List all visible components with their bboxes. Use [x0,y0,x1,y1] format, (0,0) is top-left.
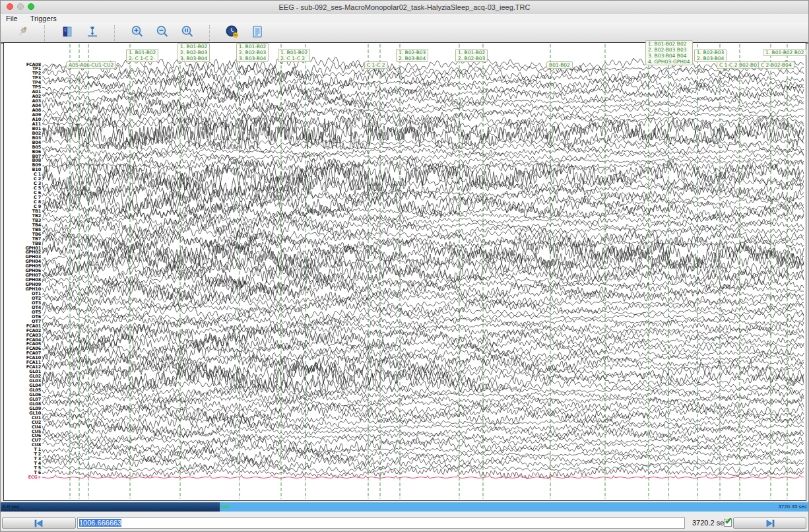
zoom-default-icon [180,24,195,41]
montage-icon [61,25,74,40]
page-forward-button[interactable] [733,517,806,529]
event-annotation: 1. B01-B02 B02 [763,49,806,56]
eeg-trace [42,370,804,392]
eeg-trace [42,150,804,162]
event-annotation: 1. B01-B022. C 1-C 2 [126,49,158,62]
eeg-trace [42,242,804,263]
notes-button[interactable] [249,25,266,41]
event-annotation: 1. B02-B032. B03-B04 [694,49,727,62]
eeg-traces-canvas[interactable] [4,43,806,500]
amplitude-scale-icon [86,25,99,40]
event-annotation: 1. B01-B022. B02-B033. B03-B04 [178,43,210,62]
eeg-trace [42,276,804,294]
eeg-trace [42,229,804,248]
app-window: EEG - sub-092_ses-MacroMonopolar02_task-… [0,0,809,532]
page-back-button[interactable] [2,517,76,529]
eeg-trace [42,118,804,140]
menubar: File Triggers [1,14,808,24]
clock-icon [224,24,240,41]
eeg-trace [42,329,804,351]
eeg-trace [42,435,804,446]
eeg-trace [42,342,804,356]
eeg-trace [42,425,804,438]
timeline-position-marker: 100 [220,504,229,510]
event-annotation: A05-A06-CU1-CU2 [66,61,116,69]
timeline-start-label: 0.0 sec. [3,504,21,510]
eeg-trace [42,436,804,455]
amplitude-scale-button[interactable] [84,25,101,41]
notes-icon [251,24,264,41]
titlebar: EEG - sub-092_ses-MacroMonopolar02_task-… [1,1,808,15]
eeg-trace [42,376,804,394]
eeg-trace [42,212,804,229]
menu-file[interactable]: File [1,14,23,23]
event-annotation: 1. B01-B02 B022. B02-B03 B033. B03-B04 B… [645,40,693,65]
eeg-trace [42,456,804,472]
eeg-trace [42,159,804,173]
autoscroll-checkbox[interactable]: ✔ [724,519,732,527]
eeg-trace [42,183,804,204]
eeg-trace [42,106,804,124]
event-annotation: C 2-B02-B04 [758,61,794,69]
pin-button[interactable] [14,25,31,41]
event-annotation: C 1-C 2 [364,61,388,69]
ecg-trace [42,475,804,478]
event-annotation: 1. B01-B022. C 1-C 2 [278,49,310,62]
eeg-trace [42,361,804,383]
eeg-trace [42,283,804,305]
timeline-end-label: 3720.35 sec [778,504,807,510]
step-back-icon [34,519,44,527]
event-annotation: 1. B01-B022. B02-B03 [455,49,488,62]
montage-button[interactable] [59,25,76,41]
event-annotation: C 1-C 2 B02-B03 [717,61,763,69]
event-annotation: 1. B01-B022. B02-B033. B03-B04 [236,43,269,62]
timeline-elapsed-bar[interactable] [1,502,220,512]
eeg-trace [42,300,804,316]
time-position-value: 1006.666663 [79,519,121,527]
menu-triggers[interactable]: Triggers [25,14,62,23]
navigation-bar: 1006.666663 3720.2 sec. ✔ [1,516,809,530]
eeg-trace-panel[interactable]: FCA08TP1TP2TP3TP4TP5A01A02A03A04A08A09A1… [3,42,806,501]
eeg-trace [42,463,804,475]
zoom-out-icon [155,24,170,41]
window-title: EEG - sub-092_ses-MacroMonopolar02_task-… [1,1,808,14]
event-annotation: 1. B02-B032. B03-B04 [396,49,428,62]
checkmark-icon: ✔ [725,515,732,526]
eeg-trace [42,147,804,157]
zoom-default-button[interactable] [179,25,196,41]
clock-button[interactable] [224,25,241,41]
event-annotation: B01-B02 [546,61,573,69]
zoom-out-button[interactable] [154,25,171,41]
eeg-trace [42,343,804,364]
eeg-trace [42,411,804,426]
eeg-trace [42,67,804,89]
pin-icon [15,24,30,41]
step-forward-icon [765,519,775,527]
eeg-trace [42,279,804,300]
timeline-scrollbar[interactable]: 0.0 sec. 100 3720.35 sec [1,502,809,512]
channel-label-ecg+: ECG+ [4,475,41,480]
zoom-in-icon [130,24,145,41]
zoom-in-button[interactable] [129,25,146,41]
time-position-input[interactable]: 1006.666663 [77,517,685,529]
